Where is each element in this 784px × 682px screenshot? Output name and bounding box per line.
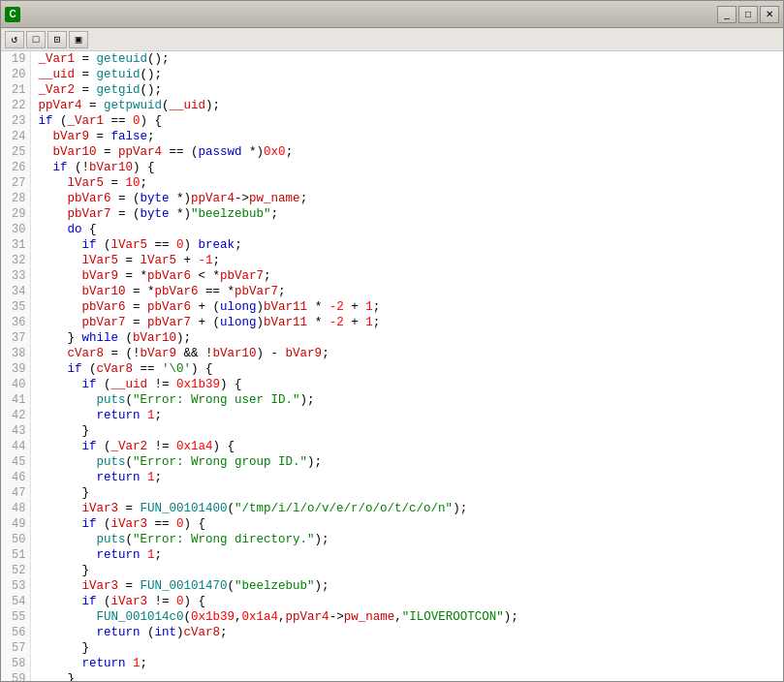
table-row: 41 puts("Error: Wrong user ID.");: [1, 392, 783, 408]
code-line-content: ppVar4 = getpwuid(__uid);: [30, 98, 783, 113]
line-number: 40: [1, 377, 30, 392]
line-number: 47: [1, 485, 30, 501]
line-number: 41: [1, 392, 30, 408]
snapshot-button[interactable]: ⊡: [47, 31, 67, 48]
line-number: 26: [1, 160, 30, 175]
table-row: 33 bVar9 = *pbVar6 < *pbVar7;: [1, 268, 783, 284]
code-line-content: return 1;: [30, 656, 783, 671]
line-number: 22: [1, 98, 30, 113]
table-row: 58 return 1;: [1, 656, 783, 671]
copy-button[interactable]: □: [26, 31, 46, 48]
minimize-button[interactable]: _: [717, 6, 737, 23]
line-number: 36: [1, 315, 30, 330]
lock-button[interactable]: ▣: [69, 31, 88, 48]
code-line-content: _Var2 = getgid();: [30, 82, 783, 98]
code-line-content: pbVar6 = (byte *)ppVar4->pw_name;: [30, 191, 783, 206]
code-line-content: bVar10 = ppVar4 == (passwd *)0x0;: [30, 144, 783, 160]
code-line-content: bVar9 = false;: [30, 129, 783, 144]
code-table: 19_Var1 = geteuid();20__uid = getuid();2…: [1, 51, 783, 681]
table-row: 43 }: [1, 423, 783, 439]
code-line-content: do {: [30, 222, 783, 237]
code-line-content: puts("Error: Wrong directory.");: [30, 532, 783, 547]
code-line-content: }: [30, 640, 783, 656]
line-number: 52: [1, 563, 30, 578]
line-number: 44: [1, 439, 30, 454]
code-line-content: pbVar7 = (byte *)"beelzebub";: [30, 206, 783, 222]
table-row: 27 lVar5 = 10;: [1, 175, 783, 191]
close-button[interactable]: ✕: [760, 6, 779, 23]
toolbar: ↺ □ ⊡ ▣: [1, 28, 783, 51]
table-row: 37 } while (bVar10);: [1, 330, 783, 346]
table-row: 35 pbVar6 = pbVar6 + (ulong)bVar11 * -2 …: [1, 299, 783, 315]
line-number: 20: [1, 67, 30, 82]
code-line-content: iVar3 = FUN_00101400("/tmp/i/l/o/v/e/r/o…: [30, 501, 783, 516]
table-row: 20__uid = getuid();: [1, 67, 783, 82]
table-row: 57 }: [1, 640, 783, 656]
line-number: 27: [1, 175, 30, 191]
table-row: 34 bVar10 = *pbVar6 == *pbVar7;: [1, 284, 783, 299]
refresh-button[interactable]: ↺: [5, 31, 24, 48]
code-line-content: lVar5 = 10;: [30, 175, 783, 191]
table-row: 29 pbVar7 = (byte *)"beelzebub";: [1, 206, 783, 222]
code-line-content: } while (bVar10);: [30, 330, 783, 346]
code-line-content: __uid = getuid();: [30, 67, 783, 82]
title-bar: C _ □ ✕: [1, 1, 783, 28]
table-row: 56 return (int)cVar8;: [1, 625, 783, 640]
maximize-button[interactable]: □: [738, 6, 758, 23]
line-number: 55: [1, 609, 30, 625]
table-row: 39 if (cVar8 == '\0') {: [1, 361, 783, 377]
table-row: 22ppVar4 = getpwuid(__uid);: [1, 98, 783, 113]
line-number: 49: [1, 516, 30, 532]
line-number: 24: [1, 129, 30, 144]
line-number: 38: [1, 346, 30, 361]
line-number: 28: [1, 191, 30, 206]
code-line-content: bVar9 = *pbVar6 < *pbVar7;: [30, 268, 783, 284]
table-row: 53 iVar3 = FUN_00101470("beelzebub");: [1, 578, 783, 594]
code-line-content: if (lVar5 == 0) break;: [30, 237, 783, 253]
code-line-content: pbVar7 = pbVar7 + (ulong)bVar11 * -2 + 1…: [30, 315, 783, 330]
code-line-content: puts("Error: Wrong user ID.");: [30, 392, 783, 408]
code-line-content: pbVar6 = pbVar6 + (ulong)bVar11 * -2 + 1…: [30, 299, 783, 315]
table-row: 19_Var1 = geteuid();: [1, 51, 783, 67]
table-row: 23if (_Var1 == 0) {: [1, 113, 783, 129]
table-row: 52 }: [1, 563, 783, 578]
code-line-content: }: [30, 423, 783, 439]
table-row: 36 pbVar7 = pbVar7 + (ulong)bVar11 * -2 …: [1, 315, 783, 330]
line-number: 19: [1, 51, 30, 67]
line-number: 37: [1, 330, 30, 346]
line-number: 31: [1, 237, 30, 253]
line-number: 32: [1, 253, 30, 268]
line-number: 34: [1, 284, 30, 299]
table-row: 28 pbVar6 = (byte *)ppVar4->pw_name;: [1, 191, 783, 206]
line-number: 33: [1, 268, 30, 284]
table-row: 47 }: [1, 485, 783, 501]
title-bar-buttons: _ □ ✕: [717, 6, 779, 23]
line-number: 56: [1, 625, 30, 640]
table-row: 55 FUN_001014c0(0x1b39,0x1a4,ppVar4->pw_…: [1, 609, 783, 625]
line-number: 53: [1, 578, 30, 594]
code-line-content: return 1;: [30, 408, 783, 423]
line-number: 59: [1, 671, 30, 681]
code-area[interactable]: 19_Var1 = geteuid();20__uid = getuid();2…: [1, 51, 783, 681]
code-line-content: FUN_001014c0(0x1b39,0x1a4,ppVar4->pw_nam…: [30, 609, 783, 625]
code-line-content: lVar5 = lVar5 + -1;: [30, 253, 783, 268]
line-number: 57: [1, 640, 30, 656]
table-row: 31 if (lVar5 == 0) break;: [1, 237, 783, 253]
line-number: 48: [1, 501, 30, 516]
table-row: 51 return 1;: [1, 547, 783, 563]
line-number: 39: [1, 361, 30, 377]
table-row: 48 iVar3 = FUN_00101400("/tmp/i/l/o/v/e/…: [1, 501, 783, 516]
code-line-content: return 1;: [30, 470, 783, 485]
line-number: 21: [1, 82, 30, 98]
line-number: 23: [1, 113, 30, 129]
table-row: 25 bVar10 = ppVar4 == (passwd *)0x0;: [1, 144, 783, 160]
table-row: 45 puts("Error: Wrong group ID.");: [1, 454, 783, 470]
code-line-content: if (__uid != 0x1b39) {: [30, 377, 783, 392]
line-number: 25: [1, 144, 30, 160]
table-row: 40 if (__uid != 0x1b39) {: [1, 377, 783, 392]
line-number: 42: [1, 408, 30, 423]
line-number: 30: [1, 222, 30, 237]
table-row: 30 do {: [1, 222, 783, 237]
code-line-content: _Var1 = geteuid();: [30, 51, 783, 67]
code-line-content: return (int)cVar8;: [30, 625, 783, 640]
